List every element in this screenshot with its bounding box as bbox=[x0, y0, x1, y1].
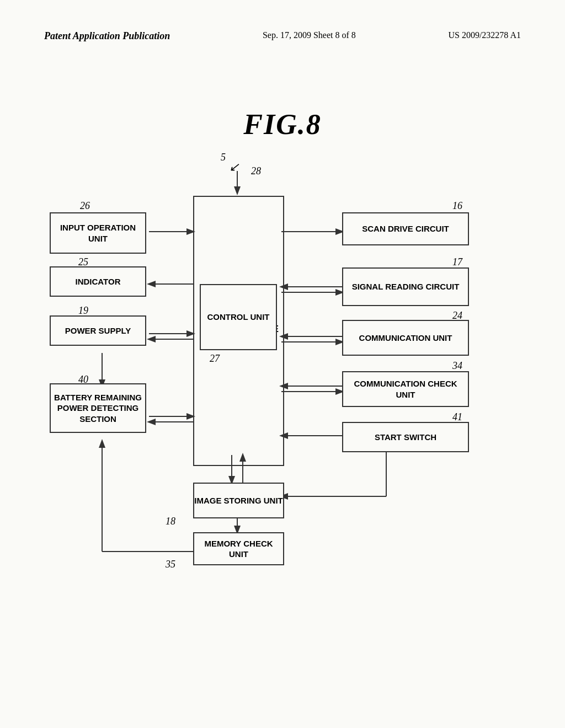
image-storing-label: IMAGE STORING UNIT bbox=[194, 495, 283, 506]
power-supply-label: POWER SUPPLY bbox=[65, 325, 131, 336]
header-publication: Patent Application Publication bbox=[44, 30, 170, 42]
power-supply-box: POWER SUPPLY bbox=[50, 315, 146, 346]
memory-check-box: MEMORY CHECK UNIT bbox=[193, 532, 284, 565]
ref-5: 5 bbox=[221, 152, 226, 163]
page: Patent Application Publication Sep. 17, … bbox=[0, 0, 565, 728]
ref-27: 27 bbox=[210, 353, 220, 365]
indicator-label: INDICATOR bbox=[76, 276, 121, 287]
scan-drive-label: SCAN DRIVE CIRCUIT bbox=[362, 223, 449, 234]
ref-28: 28 bbox=[251, 165, 261, 177]
memory-check-label: MEMORY CHECK UNIT bbox=[194, 538, 283, 560]
diagram: 5 ↙ 28 CONTROL DEVICE CONTROL UNIT 27 IN… bbox=[0, 146, 565, 615]
start-switch-box: START SWITCH bbox=[342, 422, 469, 452]
communication-check-box: COMMUNICATION CHECK UNIT bbox=[342, 371, 469, 407]
ref-26: 26 bbox=[80, 200, 90, 212]
ref-17: 17 bbox=[452, 256, 462, 268]
ref-19: 19 bbox=[78, 305, 88, 317]
input-operation-label: INPUT OPERATION UNIT bbox=[51, 222, 145, 244]
image-storing-box: IMAGE STORING UNIT bbox=[193, 483, 284, 518]
battery-remaining-box: BATTERY REMAINING POWER DETECTING SECTIO… bbox=[50, 383, 146, 433]
control-unit-box: CONTROL UNIT bbox=[200, 284, 277, 350]
ref-34: 34 bbox=[452, 360, 462, 372]
ref-35: 35 bbox=[166, 559, 175, 570]
start-switch-label: START SWITCH bbox=[375, 432, 436, 443]
communication-unit-box: COMMUNICATION UNIT bbox=[342, 320, 469, 356]
ref-16: 16 bbox=[452, 200, 462, 212]
header-date-sheet: Sep. 17, 2009 Sheet 8 of 8 bbox=[263, 30, 356, 40]
ref-24: 24 bbox=[452, 310, 462, 322]
signal-reading-box: SIGNAL READING CIRCUIT bbox=[342, 267, 469, 306]
ref-41: 41 bbox=[452, 411, 462, 423]
ref-18: 18 bbox=[166, 516, 175, 527]
input-operation-box: INPUT OPERATION UNIT bbox=[50, 212, 146, 254]
ref-40: 40 bbox=[78, 374, 88, 386]
header: Patent Application Publication Sep. 17, … bbox=[0, 0, 565, 42]
signal-reading-label: SIGNAL READING CIRCUIT bbox=[352, 281, 460, 292]
indicator-box: INDICATOR bbox=[50, 266, 146, 297]
control-unit-label: CONTROL UNIT bbox=[207, 312, 269, 323]
scan-drive-box: SCAN DRIVE CIRCUIT bbox=[342, 212, 469, 245]
ref-25: 25 bbox=[78, 256, 88, 268]
header-patent-number: US 2009/232278 A1 bbox=[448, 30, 521, 40]
battery-remaining-label: BATTERY REMAINING POWER DETECTING SECTIO… bbox=[51, 392, 145, 425]
communication-unit-label: COMMUNICATION UNIT bbox=[359, 333, 452, 344]
communication-check-label: COMMUNICATION CHECK UNIT bbox=[343, 378, 468, 400]
figure-title: FIG.8 bbox=[0, 108, 565, 141]
